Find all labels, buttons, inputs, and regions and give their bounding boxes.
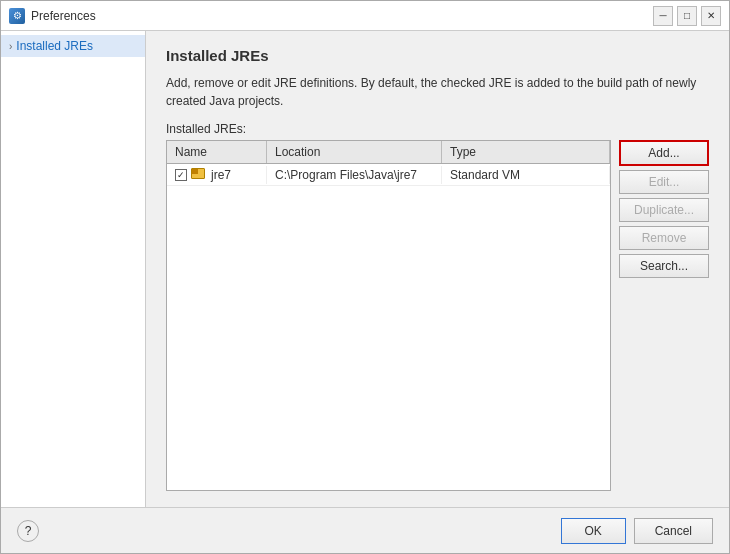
preferences-window: ⚙ Preferences ─ □ ✕ › Installed JREs Ins… — [0, 0, 730, 554]
jre-icon — [191, 168, 207, 182]
column-header-type: Type — [442, 141, 610, 163]
content-area: Installed JREs Add, remove or edit JRE d… — [146, 31, 729, 507]
sidebar-item-label: Installed JREs — [16, 39, 93, 53]
footer: ? OK Cancel — [1, 507, 729, 553]
column-header-location: Location — [267, 141, 442, 163]
table-and-buttons: Name Location Type — [166, 140, 709, 491]
sidebar: › Installed JREs — [1, 31, 146, 507]
minimize-button[interactable]: ─ — [653, 6, 673, 26]
ok-button[interactable]: OK — [561, 518, 626, 544]
cell-location: C:\Program Files\Java\jre7 — [267, 166, 442, 184]
add-button[interactable]: Add... — [619, 140, 709, 166]
buttons-panel: Add... Edit... Duplicate... Remove Searc… — [619, 140, 709, 491]
page-title: Installed JREs — [166, 47, 709, 64]
restore-button[interactable]: □ — [677, 6, 697, 26]
remove-button[interactable]: Remove — [619, 226, 709, 250]
jre-table: Name Location Type — [166, 140, 611, 491]
sidebar-item-installed-jres[interactable]: › Installed JREs — [1, 35, 145, 57]
table-row[interactable]: jre7 C:\Program Files\Java\jre7 Standard… — [167, 164, 610, 186]
table-body: jre7 C:\Program Files\Java\jre7 Standard… — [167, 164, 610, 490]
description-text: Add, remove or edit JRE definitions. By … — [166, 74, 709, 110]
chevron-right-icon: › — [9, 41, 12, 52]
column-header-name: Name — [167, 141, 267, 163]
duplicate-button[interactable]: Duplicate... — [619, 198, 709, 222]
cancel-button[interactable]: Cancel — [634, 518, 713, 544]
search-button[interactable]: Search... — [619, 254, 709, 278]
app-icon: ⚙ — [9, 8, 25, 24]
table-header: Name Location Type — [167, 141, 610, 164]
window-title: Preferences — [31, 9, 653, 23]
cell-name: jre7 — [167, 166, 267, 184]
main-content: › Installed JREs Installed JREs Add, rem… — [1, 31, 729, 507]
edit-button[interactable]: Edit... — [619, 170, 709, 194]
footer-buttons: OK Cancel — [561, 518, 713, 544]
jre-checkbox[interactable] — [175, 169, 187, 181]
close-button[interactable]: ✕ — [701, 6, 721, 26]
window-controls: ─ □ ✕ — [653, 6, 721, 26]
cell-type: Standard VM — [442, 166, 610, 184]
help-button[interactable]: ? — [17, 520, 39, 542]
title-bar: ⚙ Preferences ─ □ ✕ — [1, 1, 729, 31]
installed-jres-label: Installed JREs: — [166, 122, 709, 136]
